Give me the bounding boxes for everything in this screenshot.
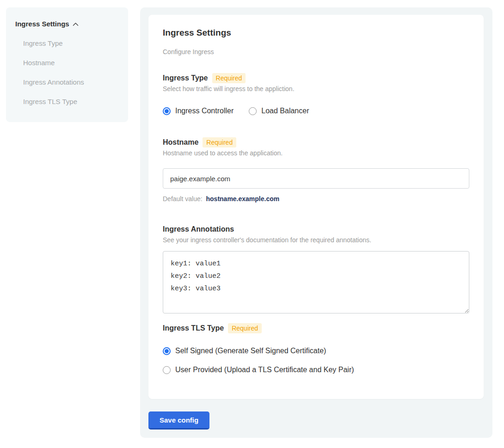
- chevron-up-icon: [73, 22, 79, 26]
- radio-option-label: Ingress Controller: [175, 107, 234, 115]
- field-hostname-label: Hostname: [163, 138, 198, 147]
- hostname-default-line: Default value: hostname.example.com: [163, 195, 469, 203]
- field-ingress-annotations-help: See your ingress controller's documentat…: [163, 236, 469, 244]
- config-group-description: Configure Ingress: [163, 48, 469, 56]
- required-badge: Required: [212, 73, 246, 83]
- radio-option-self-signed[interactable]: Self Signed (Generate Self Signed Certif…: [163, 347, 469, 355]
- config-group-title: Ingress Settings: [163, 27, 469, 38]
- required-badge: Required: [228, 323, 262, 333]
- field-ingress-type-help: Select how traffic will ingress to the a…: [163, 85, 469, 93]
- field-hostname: Hostname Required Hostname used to acces…: [163, 137, 469, 203]
- radio-button-icon[interactable]: [163, 347, 171, 355]
- config-group-card: Ingress Settings Configure Ingress Ingre…: [148, 15, 484, 399]
- radio-button-icon[interactable]: [163, 107, 171, 115]
- radio-option-label: Load Balancer: [261, 107, 309, 115]
- required-badge: Required: [203, 137, 236, 147]
- config-nav-sidebar: Ingress Settings Ingress Type Hostname I…: [6, 7, 128, 122]
- field-ingress-tls-type: Ingress TLS Type Required Self Signed (G…: [163, 323, 469, 374]
- radio-option-ingress-controller[interactable]: Ingress Controller: [163, 107, 234, 115]
- config-area: Ingress Settings Configure Ingress Ingre…: [140, 7, 492, 438]
- sidebar-group-toggle[interactable]: Ingress Settings: [15, 20, 119, 28]
- field-ingress-type: Ingress Type Required Select how traffic…: [163, 73, 469, 115]
- hostname-input[interactable]: [163, 168, 469, 189]
- field-ingress-type-label: Ingress Type: [163, 74, 208, 82]
- default-value-prefix: Default value:: [163, 195, 203, 203]
- sidebar-group-label: Ingress Settings: [15, 20, 69, 28]
- radio-option-label: User Provided (Upload a TLS Certificate …: [175, 366, 354, 374]
- sidebar-item-ingress-tls-type[interactable]: Ingress TLS Type: [23, 98, 119, 106]
- radio-button-icon[interactable]: [249, 107, 257, 115]
- radio-option-label: Self Signed (Generate Self Signed Certif…: [175, 347, 326, 355]
- save-config-button[interactable]: Save config: [148, 411, 209, 430]
- radio-option-user-provided[interactable]: User Provided (Upload a TLS Certificate …: [163, 366, 469, 374]
- field-ingress-annotations-label: Ingress Annotations: [163, 225, 234, 233]
- sidebar-item-hostname[interactable]: Hostname: [23, 59, 119, 67]
- sidebar-item-ingress-type[interactable]: Ingress Type: [23, 39, 119, 48]
- ingress-annotations-textarea[interactable]: key1: value1 key2: value2 key3: value3: [163, 251, 469, 313]
- default-value-text: hostname.example.com: [206, 195, 280, 203]
- radio-option-load-balancer[interactable]: Load Balancer: [249, 107, 309, 115]
- field-ingress-tls-type-label: Ingress TLS Type: [163, 324, 224, 332]
- radio-button-icon[interactable]: [163, 366, 171, 374]
- field-hostname-help: Hostname used to access the application.: [163, 149, 469, 157]
- sidebar-item-ingress-annotations[interactable]: Ingress Annotations: [23, 78, 119, 86]
- field-ingress-annotations: Ingress Annotations See your ingress con…: [163, 224, 469, 313]
